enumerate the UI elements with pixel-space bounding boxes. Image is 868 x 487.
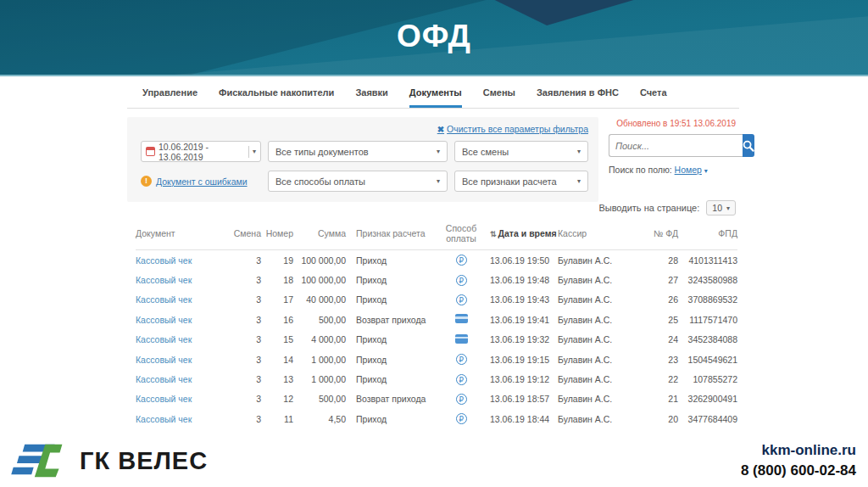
tab-zayavki[interactable]: Заявки [355,87,387,108]
cell-fpd: 107855272 [678,374,737,384]
table-row: Кассовый чек 3 17 40 000,00 Приход ₽ 13.… [136,290,737,310]
cell-sum: 40 000,00 [293,294,346,305]
col-header-shift[interactable]: Смена [220,228,261,238]
chevron-down-icon: ▾ [437,177,440,185]
cell-sign: Возврат прихода [346,315,436,325]
document-link[interactable]: Кассовый чек [136,255,192,266]
chevron-down-icon[interactable]: ▾ [704,167,708,175]
date-range-picker[interactable]: 10.06.2019 - 13.06.2019 ▾ [141,141,261,162]
company-logo-text: ГК ВЕЛЕС [80,447,208,475]
doc-types-select[interactable]: Все типы документов ▾ [268,141,448,162]
cell-fd: 23 [636,355,678,365]
cell-datetime: 13.06.19 19:43 [487,294,558,305]
search-button[interactable] [743,134,754,157]
chevron-down-icon: ▾ [577,177,581,185]
error-docs-link[interactable]: Документ с ошибками [156,176,248,187]
cell-number: 19 [261,255,293,266]
search-by-field-link[interactable]: Номер [675,165,702,175]
cell-sign: Приход [346,294,436,305]
document-link[interactable]: Кассовый чек [136,334,192,344]
col-header-fpd[interactable]: ФПД [678,228,737,238]
col-header-sum[interactable]: Сумма [293,228,346,238]
cell-datetime: 13.06.19 19:48 [487,275,558,285]
table-row: Кассовый чек 3 19 100 000,00 Приход ₽ 13… [136,250,737,270]
tab-smeny[interactable]: Смены [483,87,515,108]
tab-dokumenty[interactable]: Документы [409,87,462,108]
col-header-number[interactable]: Номер [261,228,293,238]
cell-shift: 3 [220,414,261,424]
col-header-payment[interactable]: Способ оплаты [436,223,487,244]
slide-header-banner: ОФД [0,0,868,76]
tab-bar: Управление Фискальные накопители Заявки … [0,76,868,109]
per-page-select[interactable]: 10 ▾ [706,200,736,216]
cell-shift: 3 [220,394,261,404]
cell-number: 17 [261,294,293,305]
cell-number: 14 [261,355,293,365]
document-link[interactable]: Кассовый чек [136,275,192,285]
cell-sum: 500,00 [293,394,346,404]
table-row: Кассовый чек 3 11 4,50 Приход ₽ 13.06.19… [136,409,737,428]
date-divider [248,146,249,158]
cell-shift: 3 [220,374,261,384]
cell-datetime: 13.06.19 19:41 [487,315,558,325]
cell-fd: 24 [636,334,678,344]
col-header-fd[interactable]: № ФД [636,228,678,238]
cell-sum: 1 000,00 [293,374,346,384]
cell-shift: 3 [220,315,261,325]
cell-number: 11 [261,414,293,424]
ruble-circle-icon: ₽ [456,354,467,365]
bank-card-icon [455,334,468,344]
updated-timestamp: Обновлено в 19:51 13.06.2019 [609,119,736,128]
ruble-circle-icon: ₽ [456,294,467,305]
warning-icon: ! [141,176,152,187]
cell-sum: 1 000,00 [293,355,346,365]
page-title: ОФД [0,19,868,54]
ruble-circle-icon: ₽ [456,394,467,405]
cell-cashier: Булавин А.С. [558,355,636,365]
col-header-doc[interactable]: Документ [136,228,220,238]
document-link[interactable]: Кассовый чек [136,414,192,424]
ruble-circle-icon: ₽ [456,255,467,266]
cell-datetime: 13.06.19 19:15 [487,355,558,365]
search-input[interactable] [609,134,743,157]
cell-shift: 3 [220,255,261,266]
shifts-select[interactable]: Все смены ▾ [454,141,588,162]
sort-icon: ⇅ [490,230,497,238]
cell-shift: 3 [220,334,261,344]
cell-fpd: 3452384088 [678,334,737,344]
cell-sum: 4,50 [293,414,346,424]
cell-fpd: 3708869532 [678,294,737,305]
tab-scheta[interactable]: Счета [640,87,667,108]
cell-fd: 22 [636,374,678,384]
cell-shift: 3 [220,294,261,305]
chevron-down-icon[interactable]: ▾ [253,148,256,155]
document-link[interactable]: Кассовый чек [136,355,192,365]
document-link[interactable]: Кассовый чек [136,294,192,305]
calc-signs-select[interactable]: Все признаки расчета ▾ [454,171,588,192]
document-link[interactable]: Кассовый чек [136,315,192,325]
cell-sign: Приход [346,374,436,384]
ruble-circle-icon: ₽ [456,413,467,424]
col-header-sign[interactable]: Признак расчета [346,228,436,238]
cell-fd: 26 [636,294,678,305]
clear-filters-link[interactable]: ✖Очистить все параметры фильтра [437,124,588,134]
cell-sum: 500,00 [293,315,346,325]
document-link[interactable]: Кассовый чек [136,374,192,384]
document-link[interactable]: Кассовый чек [136,394,192,404]
col-header-cashier[interactable]: Кассир [558,228,636,238]
tab-fiskalnye-nakopiteli[interactable]: Фискальные накопители [219,87,334,108]
cell-sign: Приход [346,334,436,344]
chevron-down-icon: ▾ [437,148,440,155]
chevron-down-icon: ▾ [577,148,581,155]
payment-methods-select[interactable]: Все способы оплаты ▾ [268,171,448,192]
tab-upravlenie[interactable]: Управление [142,87,198,108]
slide-footer: ГК ВЕЛЕС kkm-online.ru 8 (800) 600-02-84 [0,433,868,487]
search-by-label: Поиск по полю: [609,165,672,175]
ruble-circle-icon: ₽ [456,374,467,385]
website-url: kkm-online.ru [741,440,856,462]
tab-zayavleniya-fns[interactable]: Заявления в ФНС [537,87,619,108]
col-header-datetime[interactable]: ⇅Дата и время [487,228,558,238]
cell-number: 13 [261,374,293,384]
cell-cashier: Булавин А.С. [558,255,636,266]
cell-sign: Возврат прихода [346,394,436,404]
